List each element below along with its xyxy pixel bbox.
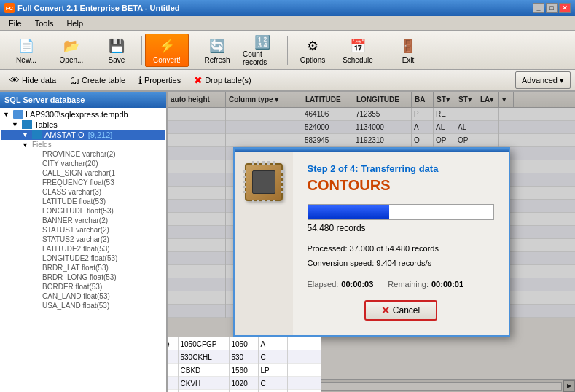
tree-field-item: CITY varchar(20) [1,159,165,168]
menu-file[interactable]: File [3,17,28,29]
fields-expand-icon: ▼ [22,141,32,149]
drop-table-icon: ✖ [194,74,203,86]
open-button[interactable]: 📂 Open... [50,34,93,67]
pin [281,176,285,178]
close-button[interactable]: ✕ [559,3,571,13]
open-icon: 📂 [61,36,82,56]
right-panel: auto height Column type ▾ LATITUDE LONGI… [168,92,575,392]
drop-table-button[interactable]: ✖ Drop table(s) [189,71,257,89]
convert-button[interactable]: ⚡ Convert! [145,34,189,67]
convert-icon: ⚡ [157,36,177,56]
main-toolbar: 📄 New... 📂 Open... 💾 Save ⚡ Convert! 🔄 R… [0,31,575,70]
cpu-pins-right [281,170,285,193]
pin [257,200,259,203]
menu-bar: File Tools Help [0,16,575,31]
cancel-icon: ✕ [381,305,390,316]
title-bar: FC Full Convert 2.1 Enterprise BETA - Un… [0,0,575,16]
count-records-button[interactable]: 🔢 Count records [240,34,284,67]
main-area: SQL Server database ▼ LAP9300\sqlexpress… [0,92,575,392]
pin [281,181,285,183]
tree-field-item: BORDER float(53) [1,282,165,291]
properties-button[interactable]: ℹ Properties [133,71,186,89]
options-button[interactable]: ⚙ Options [291,34,335,67]
hide-data-button[interactable]: 👁 Hide data [4,71,61,89]
tree-field-item: CAN_LAND float(53) [1,291,165,301]
refresh-icon: 🔄 [207,36,227,56]
pin [243,176,246,178]
pin [281,170,285,173]
minimize-button[interactable]: _ [533,3,544,13]
tree-field-item: BANNER varchar(2) [1,216,165,225]
dialog-overlay: ABGrande Prairie1050CFGP1050AABHigh Leve… [168,92,575,392]
save-icon: 💾 [106,36,127,56]
window-title: Full Convert 2.1 Enterprise BETA - Untit… [17,4,179,12]
pin [262,200,265,203]
tree-field-item: LONGITUDE2 float(53) [1,254,165,263]
active-table-expand-icon: ▼ [22,131,32,138]
pin [267,161,270,165]
left-panel: SQL Server database ▼ LAP9300\sqlexpress… [0,92,168,392]
schedule-button[interactable]: 📅 Schedule [336,34,380,67]
progress-dialog: Step 2 of 4: Transferring data CONTOURS … [233,147,510,337]
cpu-pins-top [252,161,275,165]
create-table-button[interactable]: 🗂 Create table [64,71,130,89]
dialog-icon-area [235,152,293,335]
toolbar-sep-2 [192,36,192,65]
pin [243,191,246,193]
toolbar-sep-4 [383,36,383,65]
dialog-table-name: CONTOURS [308,177,494,194]
pin [273,200,275,203]
properties-icon: ℹ [138,74,142,86]
advanced-dropdown[interactable]: Advanced ▾ [515,71,571,89]
options-icon: ⚙ [302,36,323,56]
new-button[interactable]: 📄 New... [4,34,48,67]
pin [273,161,275,165]
tree-field-item: PROVINCE varchar(2) [1,149,165,159]
count-icon: 🔢 [252,34,273,50]
dialog-step: Step 2 of 4: Transferring data [308,163,494,174]
tree-field-item: FREQUENCY float(53 [1,178,165,187]
new-icon: 📄 [16,36,36,56]
hide-data-icon: 👁 [9,74,20,86]
tree-server[interactable]: ▼ LAP9300\sqlexpress.tempdb [1,109,165,119]
expand-icon: ▼ [3,111,13,118]
tree-tables[interactable]: ▼ Tables [1,119,165,130]
save-button[interactable]: 💾 Save [95,34,138,67]
cancel-button[interactable]: ✕ Cancel [364,300,437,321]
tree-field-item: LATITUDE2 float(53) [1,244,165,254]
pin [257,161,259,165]
tree-fields-node[interactable]: ▼ Fields [1,140,165,149]
field-list: PROVINCE varchar(2)CITY varchar(20)CALL_… [1,149,165,310]
tree-active-table[interactable]: ▼ AMSTATIO [9,212] [1,130,165,140]
secondary-toolbar: 👁 Hide data 🗂 Create table ℹ Properties … [0,70,575,92]
cpu-pins-bottom [252,200,275,203]
tree-field-item: LATITUDE float(53) [1,197,165,206]
exit-button[interactable]: 🚪 Exit [386,34,430,67]
elapsed-item: Elapsed: 00:00:03 [308,280,374,289]
tree-field-item: CLASS varchar(3) [1,187,165,197]
background-table: ABGrande Prairie1050CFGP1050AABHigh Leve… [168,337,321,337]
table-row[interactable]: ABHigh LevelCBKD1560LP [168,364,321,377]
refresh-button[interactable]: 🔄 Refresh [195,34,239,67]
tree-field-item: STATUS1 varchar(2) [1,225,165,235]
pin [252,200,254,203]
tree-field-item: STATUS2 varchar(2) [1,235,165,244]
schedule-icon: 📅 [348,36,368,56]
menu-tools[interactable]: Tools [29,17,60,29]
pin [252,161,254,165]
tree-area[interactable]: ▼ LAP9300\sqlexpress.tempdb ▼ Tables ▼ A… [0,108,166,392]
pin [267,200,270,203]
toolbar-sep-3 [287,36,288,65]
table-row[interactable]: ABHigh Level530CKHL530C [168,350,321,364]
stats-area: Processed: 37.000 of 54.480 records Conv… [308,242,494,271]
maximize-button[interactable]: □ [546,3,558,13]
menu-help[interactable]: Help [60,17,89,29]
tree-field-item: BRDR_LONG float(53) [1,273,165,282]
table-row[interactable]: ABGrande Prairie1050CFGP1050A [168,337,321,350]
processed-stat: Processed: 37.000 of 54.480 records [308,242,494,256]
tree-field-item: CALL_SIGN varchar(1 [1,168,165,178]
table-row[interactable]: ABHigh PrairieCKVH1020C [168,377,321,390]
pin [243,170,246,173]
speed-stat: Conversion speed: 9.404 records/s [308,256,494,271]
tree-field-item: LONGITUDE float(53) [1,206,165,216]
